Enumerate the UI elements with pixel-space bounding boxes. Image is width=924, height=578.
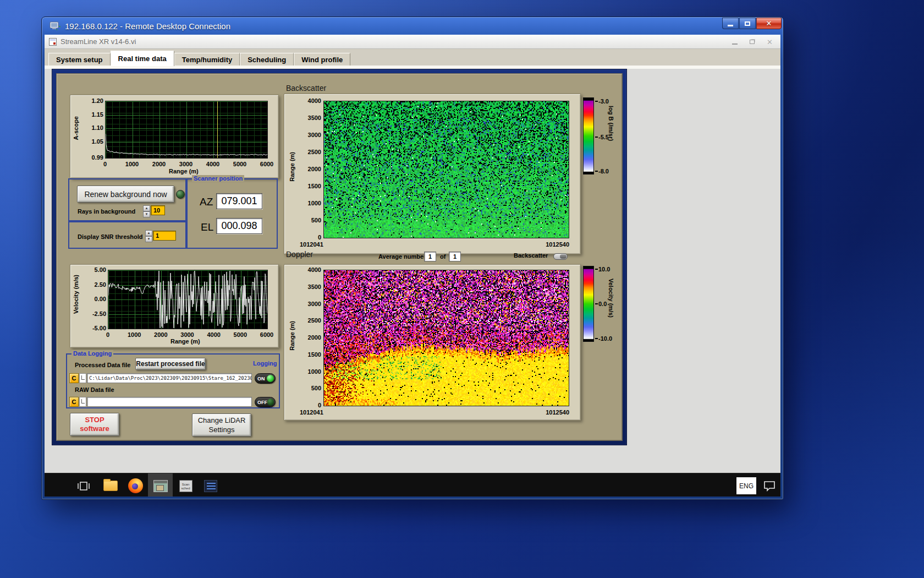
backscatter-ylabel: Range (m) bbox=[289, 152, 295, 182]
axis-tick-label: 2000 bbox=[308, 166, 321, 172]
language-indicator[interactable]: ENG bbox=[736, 477, 756, 494]
raw-logging-toggle[interactable]: OFF bbox=[255, 397, 276, 407]
tab-scheduling[interactable]: Scheduling bbox=[240, 53, 294, 66]
firefox-button[interactable] bbox=[123, 473, 148, 497]
processed-path-field[interactable]: C:\Lidar\Data\Proc\2023\202309\20230915\… bbox=[87, 373, 252, 383]
notifications-button[interactable] bbox=[763, 480, 776, 494]
app-close-button[interactable]: ✕ bbox=[767, 38, 773, 46]
axis-tick-label: 3500 bbox=[308, 114, 321, 121]
axis-tick-label: 3000 bbox=[308, 132, 321, 138]
axis-tick-label: -2.50 bbox=[92, 310, 106, 317]
raw-drive-button[interactable]: C bbox=[69, 397, 79, 407]
rays-input[interactable]: 10 bbox=[151, 205, 165, 215]
average-count-input[interactable]: 1 bbox=[449, 252, 461, 261]
tab-system-setup[interactable]: System setup bbox=[48, 53, 111, 66]
axis-tick-label: 0 bbox=[103, 161, 107, 167]
task-view-icon bbox=[76, 479, 91, 493]
spinner-down-icon[interactable]: ▼ bbox=[143, 211, 150, 217]
average-number-input[interactable]: 1 bbox=[424, 252, 436, 261]
processed-logging-toggle[interactable]: ON bbox=[255, 373, 276, 384]
axis-tick-label: 2000 bbox=[152, 161, 166, 167]
axis-tick-label: 4000 bbox=[207, 331, 220, 338]
spinner-down-icon[interactable]: ▼ bbox=[145, 236, 152, 242]
doppler-x-start: 1012041 bbox=[300, 409, 323, 416]
streamline-app-button[interactable] bbox=[148, 473, 173, 497]
close-button[interactable]: ✕ bbox=[756, 18, 782, 29]
axis-tick-label: -5.00 bbox=[92, 325, 106, 331]
axis-tick-label: 500 bbox=[311, 385, 321, 391]
scan-scheduler-icon: Scansched bbox=[179, 480, 193, 492]
axis-tick-label: 2.50 bbox=[95, 281, 106, 288]
axis-tick-label: 2500 bbox=[308, 149, 321, 155]
raw-browse-icon[interactable] bbox=[79, 397, 86, 407]
velocity-xlabel: Range (m) bbox=[170, 338, 200, 345]
spinner-up-icon[interactable]: ▲ bbox=[145, 230, 152, 236]
spinner-up-icon[interactable]: ▲ bbox=[143, 205, 150, 211]
axis-tick-label: 1000 bbox=[308, 200, 321, 206]
toggle-on-label: ON bbox=[256, 376, 265, 381]
axis-tick-label: 1000 bbox=[128, 331, 141, 338]
raw-data-file-label: RAW Data file bbox=[75, 386, 114, 393]
documents-app-button[interactable] bbox=[198, 473, 223, 497]
folder-icon bbox=[103, 481, 118, 491]
data-logging-groupbox: Data Logging Processed Data file Restart… bbox=[66, 353, 280, 408]
backscatter-colorbar-label: log B (/m/sr) bbox=[608, 106, 614, 141]
backscatter-toggle-label: Backscatter bbox=[514, 252, 548, 259]
minimize-button[interactable] bbox=[722, 18, 739, 29]
el-display: 000.098 bbox=[216, 218, 262, 234]
scanner-position-title: Scanner position bbox=[192, 175, 244, 182]
doppler-colorbar-label: Velocity (m/s) bbox=[608, 279, 614, 318]
file-explorer-button[interactable] bbox=[98, 473, 123, 497]
snr-input[interactable]: 1 bbox=[153, 231, 176, 241]
velocity-yticks: 5.002.500.00-2.50-5.00 bbox=[80, 270, 106, 328]
axis-tick-label: 3500 bbox=[308, 283, 321, 290]
renew-background-button[interactable]: Renew background now bbox=[77, 186, 174, 203]
app-restore-button[interactable] bbox=[750, 40, 755, 44]
restart-processed-file-button[interactable]: Restart processed file bbox=[135, 358, 206, 370]
doppler-plot-area[interactable] bbox=[323, 270, 569, 406]
velocity-plot-area[interactable] bbox=[108, 270, 268, 329]
maximize-button[interactable] bbox=[739, 18, 756, 29]
tab-wind-profile[interactable]: Wind profile bbox=[294, 53, 350, 66]
app-titlebar[interactable]: StreamLine XR v14-6.vi ✕ bbox=[45, 35, 780, 49]
backscatter-graph: Range (m) 400035003000250020001500100050… bbox=[284, 94, 581, 254]
velocity-graph: Velocity (m/s) 5.002.500.00-2.50-5.00 01… bbox=[70, 264, 279, 348]
raw-path-field[interactable] bbox=[87, 397, 252, 407]
snr-spinner[interactable]: ▲ ▼ bbox=[145, 230, 152, 241]
axis-tick-label: 6000 bbox=[260, 161, 273, 167]
rays-spinner[interactable]: ▲ ▼ bbox=[143, 205, 150, 216]
backscatter-plot-area[interactable] bbox=[323, 101, 569, 238]
axis-tick-label: 3000 bbox=[308, 301, 321, 307]
snr-groupbox: Display SNR threshold ▲ ▼ 1 bbox=[68, 221, 186, 249]
scan-scheduler-button[interactable]: Scansched bbox=[173, 473, 198, 497]
tab-real-time-data[interactable]: Real time data bbox=[111, 51, 174, 66]
toggle-led-on-icon bbox=[267, 375, 274, 382]
app-minimize-button[interactable] bbox=[732, 43, 738, 45]
backscatter-colorbar bbox=[583, 97, 594, 175]
change-lidar-settings-button[interactable]: Change LiDARSettings bbox=[192, 413, 251, 437]
processed-data-file-label: Processed Data file bbox=[75, 362, 131, 368]
average-number-label: Average number bbox=[378, 253, 426, 260]
backscatter-x-end: 1012540 bbox=[546, 241, 569, 248]
doppler-x-end: 1012540 bbox=[546, 409, 569, 416]
el-label: EL bbox=[201, 221, 213, 233]
maximize-icon bbox=[745, 21, 750, 26]
data-logging-title: Data Logging bbox=[72, 350, 113, 357]
ascope-plot-area[interactable] bbox=[105, 101, 268, 159]
backscatter-display-toggle[interactable] bbox=[553, 253, 568, 260]
task-view-button[interactable] bbox=[71, 473, 96, 497]
axis-tick-label: 2000 bbox=[308, 334, 321, 341]
axis-tick-label: 6000 bbox=[260, 331, 273, 338]
axis-tick-label: 3000 bbox=[180, 331, 194, 338]
velocity-ylabel: Velocity (m/s) bbox=[73, 275, 79, 314]
logging-label: Logging bbox=[253, 360, 277, 367]
ascope-xticks: 0100020003000400050006000 bbox=[105, 161, 267, 167]
processed-drive-button[interactable]: C bbox=[69, 373, 79, 383]
axis-tick-label: 1.15 bbox=[92, 111, 103, 118]
stop-software-button[interactable]: STOPsoftware bbox=[70, 413, 119, 436]
backscatter-x-start: 1012041 bbox=[300, 241, 323, 248]
rdp-titlebar[interactable]: 192.168.0.122 - Remote Desktop Connectio… bbox=[42, 17, 783, 35]
processed-browse-icon[interactable] bbox=[79, 373, 86, 383]
toggle-off-label: OFF bbox=[256, 400, 267, 405]
tab-temp-humidity[interactable]: Temp/humidity bbox=[174, 53, 240, 66]
